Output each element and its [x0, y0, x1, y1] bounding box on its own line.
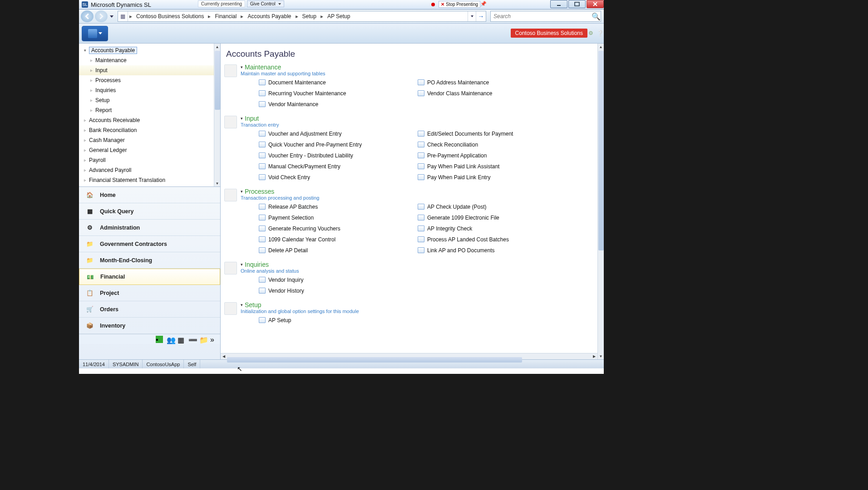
- scroll-up-icon[interactable]: ▲: [214, 44, 220, 50]
- tree-node[interactable]: ▹Inquiries: [79, 85, 220, 95]
- tree-node-accounts-payable[interactable]: ▾Accounts Payable: [79, 45, 220, 55]
- strip-icon[interactable]: ➖: [188, 336, 196, 343]
- sidebar-item-quick-query[interactable]: ▦Quick Query: [79, 203, 220, 220]
- tree-node[interactable]: ▹Processes: [79, 75, 220, 85]
- section-title[interactable]: ▾Inquiries: [241, 261, 604, 268]
- tree-scrollbar[interactable]: ▲ ▼: [214, 44, 220, 186]
- content-h-scrollbar[interactable]: ◀ ▶: [221, 353, 597, 359]
- tree-node[interactable]: ▹Financial Statement Translation: [79, 175, 220, 185]
- tree-node[interactable]: ▹Maintenance: [79, 55, 220, 65]
- scroll-down-icon[interactable]: ▼: [214, 180, 220, 186]
- link-item[interactable]: Quick Voucher and Pre-Payment Entry: [259, 139, 413, 150]
- link-item[interactable]: Void Check Entry: [259, 172, 413, 182]
- breadcrumb-item[interactable]: AP Setup: [325, 11, 353, 21]
- tree-node[interactable]: ▹General Ledger: [79, 145, 220, 155]
- link-item[interactable]: Pay When Paid Link Assistant: [418, 161, 572, 172]
- search-icon[interactable]: 🔍: [592, 12, 601, 21]
- maximize-button[interactable]: [568, 0, 586, 8]
- section-title[interactable]: ▾Input: [241, 115, 604, 122]
- link-item[interactable]: Release AP Batches: [259, 201, 413, 212]
- link-item[interactable]: AP Integrity Check: [418, 223, 572, 234]
- strip-icon[interactable]: 📁: [199, 336, 207, 343]
- link-item[interactable]: Generate Recurring Vouchers: [259, 223, 413, 234]
- link-item[interactable]: Vendor History: [259, 285, 413, 296]
- nav-back-button[interactable]: [81, 10, 94, 22]
- tree-node[interactable]: ▹Input: [79, 65, 220, 75]
- sidebar-item-orders[interactable]: 🛒Orders: [79, 301, 220, 318]
- link-item[interactable]: AP Check Update (Post): [418, 201, 572, 212]
- link-item[interactable]: Payment Selection: [259, 212, 413, 223]
- tree-node[interactable]: ▹Cash Manager: [79, 135, 220, 145]
- scroll-left-icon[interactable]: ◀: [221, 354, 227, 358]
- tree-node[interactable]: ▹Report: [79, 105, 220, 115]
- tree-node[interactable]: ▹Bank Reconciliation: [79, 125, 220, 135]
- link-item[interactable]: Voucher and Adjustment Entry: [259, 128, 413, 139]
- nav-forward-button[interactable]: [95, 10, 108, 22]
- scroll-up-icon[interactable]: ▲: [598, 44, 604, 50]
- stop-presenting-button[interactable]: ✕Stop Presenting: [439, 1, 480, 8]
- tree-node[interactable]: ▹Accounts Receivable: [79, 115, 220, 125]
- link-item[interactable]: Link AP and PO Documents: [418, 245, 572, 255]
- content-scrollbar[interactable]: ▲ ▼: [597, 44, 604, 359]
- section-title[interactable]: ▾Maintenance: [241, 64, 604, 71]
- customize-icon[interactable]: ⚙: [588, 30, 595, 36]
- breadcrumb-go-button[interactable]: →: [476, 11, 486, 21]
- app-menu-button[interactable]: [82, 26, 108, 41]
- strip-icon[interactable]: ▦: [178, 336, 185, 343]
- link-item[interactable]: Delete AP Detail: [259, 245, 413, 255]
- link-item[interactable]: Manual Check/Payment Entry: [259, 161, 413, 172]
- strip-icon[interactable]: ▪: [156, 336, 163, 343]
- link-item[interactable]: Voucher Entry - Distributed Liability: [259, 150, 413, 161]
- sidebar-item-home[interactable]: 🏠Home: [79, 187, 220, 203]
- minimize-button[interactable]: [550, 0, 567, 8]
- link-item[interactable]: Pay When Paid Link Entry: [418, 172, 572, 182]
- link-item[interactable]: Document Maintenance: [259, 77, 413, 88]
- sidebar-item-government-contractors[interactable]: 📁Government Contractors: [79, 236, 220, 252]
- close-button[interactable]: [587, 0, 604, 8]
- strip-icon[interactable]: 👥: [167, 336, 174, 343]
- strip-expand-icon[interactable]: »: [210, 336, 217, 343]
- link-label: Process AP Landed Cost Batches: [427, 236, 509, 243]
- scroll-down-icon[interactable]: ▼: [598, 353, 604, 359]
- tree-node[interactable]: ▹Setup: [79, 95, 220, 105]
- search-input[interactable]: [491, 13, 592, 20]
- breadcrumb-item[interactable]: Setup: [300, 11, 319, 21]
- link-item[interactable]: AP Setup: [259, 315, 413, 325]
- link-item[interactable]: Vendor Class Maintenance: [418, 88, 572, 98]
- give-control-button[interactable]: Give Control: [247, 0, 284, 7]
- breadcrumb-dropdown[interactable]: [468, 11, 476, 21]
- breadcrumb-item[interactable]: Contoso Business Solutions: [133, 11, 207, 21]
- link-item[interactable]: Check Reconciliation: [418, 139, 572, 150]
- link-item[interactable]: PO Address Maintenance: [418, 77, 572, 88]
- scroll-thumb[interactable]: [215, 51, 220, 110]
- scroll-right-icon[interactable]: ▶: [591, 354, 597, 358]
- nav-bar: ▦ ▸ Contoso Business Solutions▸ Financia…: [79, 10, 604, 24]
- link-item[interactable]: Generate 1099 Electronic File: [418, 212, 572, 223]
- sidebar-item-administration[interactable]: ⚙Administration: [79, 220, 220, 236]
- company-badge[interactable]: Contoso Business Solutions: [511, 29, 587, 38]
- breadcrumb-item[interactable]: Accounts Payable: [245, 11, 294, 21]
- scroll-thumb[interactable]: [227, 357, 522, 363]
- link-item[interactable]: Vendor Inquiry: [259, 274, 413, 285]
- link-item[interactable]: Recurring Voucher Maintenance: [259, 88, 413, 98]
- tree-node[interactable]: ▹Payroll: [79, 155, 220, 165]
- section-title[interactable]: ▾Processes: [241, 188, 604, 195]
- section-title[interactable]: ▾Setup: [241, 301, 604, 309]
- link-item[interactable]: Process AP Landed Cost Batches: [418, 234, 572, 245]
- pin-icon[interactable]: 📌: [480, 1, 486, 7]
- breadcrumb-item[interactable]: Financial: [212, 11, 239, 21]
- breadcrumb-root-icon[interactable]: ▦: [118, 11, 128, 21]
- link-item[interactable]: Edit/Select Documents for Payment: [418, 128, 572, 139]
- sidebar-item-project[interactable]: 📋Project: [79, 285, 220, 301]
- sidebar-item-inventory[interactable]: 📦Inventory: [79, 318, 220, 334]
- tree-node[interactable]: ▹Advanced Payroll: [79, 165, 220, 175]
- form-icon: [259, 204, 266, 210]
- sidebar-item-financial[interactable]: 💵Financial: [79, 269, 220, 285]
- scroll-thumb[interactable]: [598, 51, 604, 250]
- link-item[interactable]: Pre-Payment Application: [418, 150, 572, 161]
- nav-history-dropdown[interactable]: [109, 11, 114, 21]
- link-item[interactable]: Vendor Maintenance: [259, 99, 413, 109]
- link-item[interactable]: 1099 Calendar Year Control: [259, 234, 413, 245]
- help-icon[interactable]: ❔: [597, 30, 603, 36]
- sidebar-item-month-end-closing[interactable]: 📁Month-End-Closing: [79, 252, 220, 269]
